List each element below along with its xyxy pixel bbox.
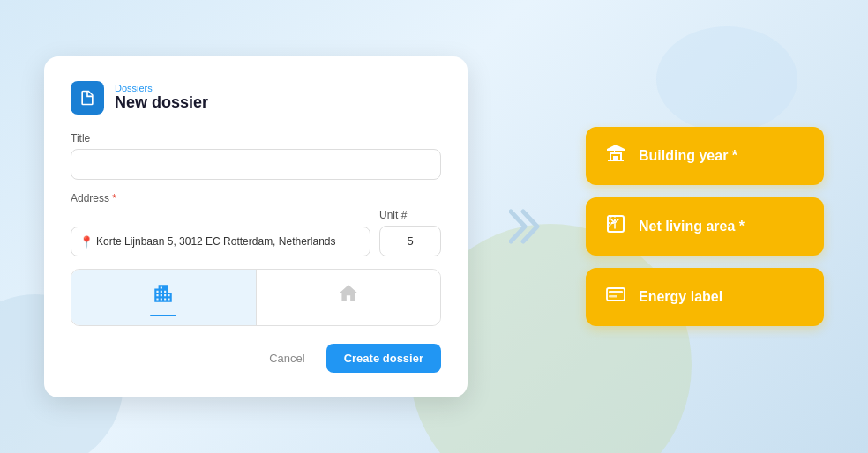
- house-icon: [337, 282, 360, 309]
- create-dossier-button[interactable]: Create dossier: [326, 344, 441, 373]
- unit-input[interactable]: [379, 226, 441, 256]
- title-group: Title: [71, 132, 441, 180]
- building-year-text: Building year *: [639, 148, 737, 164]
- modal-footer: Cancel Create dossier: [71, 344, 441, 373]
- type-btn-apartment[interactable]: [71, 270, 257, 325]
- address-input[interactable]: [71, 226, 370, 256]
- type-btn-house[interactable]: [257, 270, 441, 325]
- svg-rect-3: [607, 288, 625, 301]
- address-input-wrap: 📍: [71, 226, 370, 256]
- cancel-button[interactable]: Cancel: [258, 345, 315, 372]
- double-chevron: [509, 204, 544, 249]
- address-row: 📍 Unit #: [71, 209, 441, 256]
- apartment-icon: [152, 282, 175, 309]
- arrow-section: [500, 204, 553, 249]
- area-icon: [605, 213, 626, 240]
- building-icon: [605, 143, 626, 169]
- unit-label: Unit #: [379, 209, 441, 221]
- energy-label-text: Energy label: [639, 289, 722, 305]
- main-container: Dossiers New dossier Title Address * 📍 U…: [0, 0, 868, 453]
- title-input[interactable]: [71, 149, 441, 180]
- energy-label-card: Energy label: [586, 268, 824, 326]
- net-living-area-text: Net living area *: [639, 219, 745, 234]
- modal-header: Dossiers New dossier: [71, 81, 441, 115]
- title-label: Title: [71, 132, 441, 145]
- address-group: Address * 📍 Unit #: [71, 192, 441, 256]
- location-icon: 📍: [79, 234, 94, 248]
- type-underline-apartment: [150, 315, 176, 316]
- net-living-area-card: Net living area *: [586, 197, 824, 256]
- energy-icon: [605, 284, 626, 310]
- svg-rect-5: [609, 295, 617, 298]
- building-year-card: Building year *: [586, 127, 824, 185]
- svg-rect-0: [614, 151, 615, 152]
- address-label: Address *: [71, 192, 441, 204]
- modal-title: New dossier: [115, 93, 208, 112]
- breadcrumb: Dossiers: [115, 83, 208, 93]
- svg-rect-4: [609, 291, 623, 293]
- info-cards: Building year * Net living area *: [586, 127, 824, 326]
- avatar: [71, 81, 104, 115]
- modal-title-block: Dossiers New dossier: [115, 83, 208, 112]
- unit-group: Unit #: [379, 209, 441, 256]
- modal-card: Dossiers New dossier Title Address * 📍 U…: [44, 56, 468, 397]
- type-selector: [71, 269, 441, 326]
